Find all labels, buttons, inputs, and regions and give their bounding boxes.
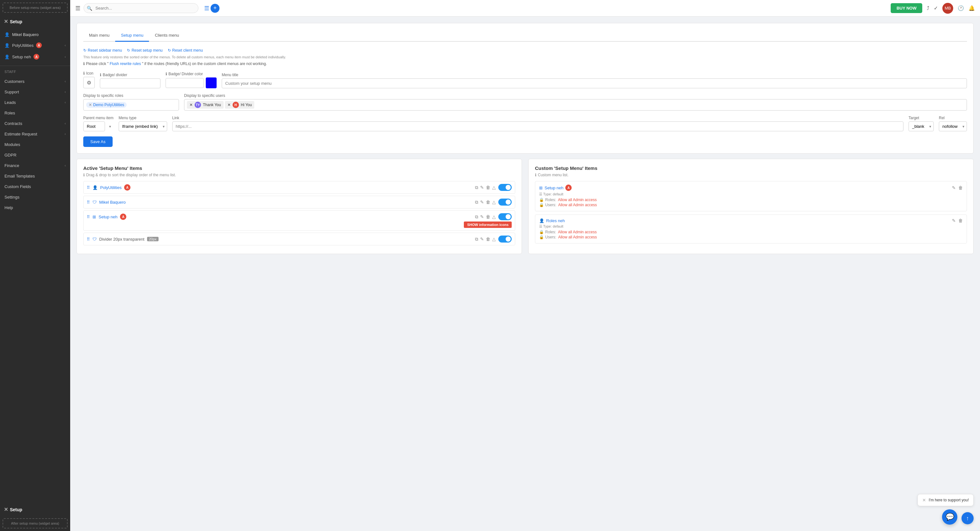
- edit-icon[interactable]: ✎: [952, 218, 956, 223]
- bell-icon[interactable]: 🔔: [969, 5, 975, 11]
- menu-type-select[interactable]: Iframe (embed link): [119, 121, 167, 131]
- rel-select[interactable]: nofollow: [939, 121, 967, 131]
- reset-setup-link[interactable]: ↻ Reset setup menu: [127, 48, 162, 52]
- custom-item-header: 👤 Roles neh ✎ 🗑: [539, 218, 963, 223]
- avatar-initials: MB: [945, 6, 951, 11]
- sidebar-item-support[interactable]: Support ‹: [0, 87, 70, 97]
- copy-icon[interactable]: ⧉: [475, 200, 478, 205]
- copy-icon[interactable]: ⧉: [475, 214, 478, 220]
- item-toggle[interactable]: [498, 184, 512, 191]
- tab-main-menu[interactable]: Main menu: [83, 30, 115, 42]
- display-roles-group: Display to specific roles ✕ Demo PolyUti…: [83, 94, 179, 111]
- tab-clients-menu[interactable]: Clients menu: [149, 30, 185, 42]
- shield2-icon: 🛡: [92, 237, 97, 242]
- sidebar-item-settings[interactable]: Settings: [0, 192, 70, 202]
- tab-setup-menu[interactable]: Setup menu: [115, 30, 149, 42]
- drag-handle-icon[interactable]: ⠿: [87, 200, 90, 204]
- close-setup-button[interactable]: ✕: [4, 19, 8, 25]
- parent-menu-select[interactable]: Root: [83, 121, 105, 131]
- flush-link[interactable]: Flush rewrite rules: [110, 62, 141, 66]
- add-circle-button[interactable]: +: [210, 4, 220, 13]
- tag-x[interactable]: ✕: [189, 103, 192, 107]
- chat-bubble-button[interactable]: 💬: [942, 509, 957, 525]
- drag-handle-icon[interactable]: ⠿: [87, 214, 90, 219]
- badge-input[interactable]: Label: [100, 78, 161, 88]
- sidebar-item-modules[interactable]: Modules: [0, 139, 70, 150]
- sidebar-item-customers[interactable]: Customers ‹: [0, 76, 70, 87]
- role-tag: ✕ Demo PolyUtilities: [86, 102, 127, 108]
- users-tags-input[interactable]: ✕ TY Thank You ✕ H Hi You: [184, 99, 967, 111]
- sidebar-item-estimate-request[interactable]: Estimate Request ‹: [0, 129, 70, 139]
- user-tag-hiyou: ✕ H Hi You: [225, 101, 255, 109]
- copy-icon[interactable]: ⧉: [475, 185, 478, 190]
- edit-icon[interactable]: ✎: [480, 214, 484, 219]
- delete-icon[interactable]: 🗑: [958, 218, 963, 223]
- lock-icon: 🔒: [539, 198, 544, 202]
- sidebar-item-polyutilities[interactable]: 👤 PolyUtilities A ‹: [0, 40, 70, 51]
- clock-icon[interactable]: 🕐: [958, 5, 964, 11]
- link-input[interactable]: [172, 121, 904, 131]
- copy-icon[interactable]: ⧉: [475, 236, 478, 242]
- item-toggle[interactable]: [498, 236, 512, 243]
- menu-icon[interactable]: ☰: [204, 5, 209, 12]
- item-toggle[interactable]: [498, 213, 512, 220]
- move-up-icon[interactable]: △: [492, 185, 496, 190]
- sidebar-item-roles[interactable]: Roles: [0, 108, 70, 118]
- move-up-icon[interactable]: △: [492, 214, 496, 219]
- delete-icon[interactable]: 🗑: [486, 185, 490, 190]
- edit-icon[interactable]: ✎: [480, 185, 484, 190]
- edit-icon[interactable]: ✎: [480, 200, 484, 204]
- move-up-icon[interactable]: △: [492, 200, 496, 204]
- move-up-icon[interactable]: △: [492, 236, 496, 242]
- delete-icon[interactable]: 🗑: [486, 200, 490, 204]
- icon-group: ℹ Icon ⚙: [83, 71, 95, 88]
- sidebar-item-finance[interactable]: Finance ‹: [0, 160, 70, 171]
- delete-icon[interactable]: 🗑: [486, 214, 490, 219]
- shield-icon: 🛡: [92, 200, 97, 204]
- color-input[interactable]: #0b00ff: [165, 78, 204, 88]
- sidebar-item-email-templates[interactable]: Email Templates: [0, 171, 70, 181]
- users-value[interactable]: Allow all Admin access: [558, 235, 597, 239]
- reset-client-link[interactable]: ↻ Reset client menu: [168, 48, 203, 52]
- topbar: ☰ 🔍 ☰ + BUY NOW ⤴ ✓ MB 🕐 🔔: [70, 0, 980, 17]
- item-actions: ⧉ ✎ 🗑 △: [475, 214, 496, 220]
- sidebar-item-gdpr[interactable]: GDPR: [0, 150, 70, 160]
- sidebar-user-mikel[interactable]: 👤 Mikel Baquero: [0, 30, 70, 40]
- sidebar-item-leads[interactable]: Leads ‹: [0, 97, 70, 108]
- tag-x[interactable]: ✕: [228, 103, 231, 107]
- drag-handle-icon[interactable]: ⠿: [87, 185, 90, 190]
- users-value[interactable]: Allow all Admin access: [558, 203, 597, 207]
- sidebar-item-contracts[interactable]: Contracts ‹: [0, 118, 70, 129]
- sidebar-item-custom-fields[interactable]: Custom Fields: [0, 181, 70, 192]
- search-input[interactable]: [84, 3, 199, 13]
- buy-now-button[interactable]: BUY NOW: [891, 3, 922, 13]
- chat-toast-close[interactable]: ✕: [922, 498, 926, 502]
- item-toggle[interactable]: [498, 198, 512, 206]
- avatar[interactable]: MB: [942, 3, 953, 14]
- sidebar-item-setup-neh[interactable]: 👤 Setup neh A ‹: [0, 51, 70, 62]
- delete-icon[interactable]: 🗑: [486, 236, 490, 242]
- hamburger-icon[interactable]: ☰: [75, 5, 80, 12]
- icon-selector[interactable]: ⚙: [83, 77, 95, 88]
- delete-icon[interactable]: 🗑: [958, 185, 963, 190]
- setup-label: Setup: [10, 19, 22, 24]
- edit-icon[interactable]: ✎: [480, 236, 484, 242]
- scroll-top-button[interactable]: ↑: [961, 512, 974, 524]
- person2-icon: 👤: [539, 218, 544, 223]
- tag-x[interactable]: ✕: [89, 103, 92, 107]
- reset-sidebar-link[interactable]: ↻ Reset sidebar menu: [83, 48, 122, 52]
- check-icon[interactable]: ✓: [934, 5, 938, 11]
- edit-icon[interactable]: ✎: [952, 185, 956, 190]
- roles-value[interactable]: Allow all Admin access: [558, 198, 597, 202]
- save-as-button[interactable]: Save As: [83, 136, 113, 147]
- share-icon[interactable]: ⤴: [927, 5, 929, 11]
- sidebar-item-help[interactable]: Help: [0, 202, 70, 213]
- close-setup-footer-button[interactable]: ✕: [4, 506, 8, 512]
- roles-tags-input[interactable]: ✕ Demo PolyUtilities: [83, 99, 179, 111]
- roles-value[interactable]: Allow all Admin access: [558, 230, 597, 234]
- menu-title-input[interactable]: [222, 78, 967, 88]
- person-icon: 👤: [5, 54, 10, 59]
- target-select[interactable]: _blank: [908, 121, 934, 131]
- drag-handle-icon[interactable]: ⠿: [87, 237, 90, 242]
- color-swatch[interactable]: [206, 78, 216, 88]
